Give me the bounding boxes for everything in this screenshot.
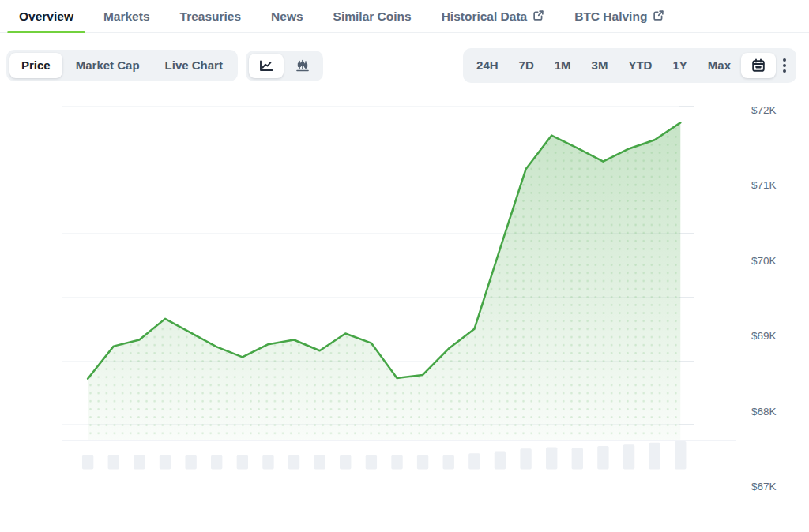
tab-label: BTC Halving — [574, 9, 647, 24]
tab-similar-coins[interactable]: Similar Coins — [318, 0, 427, 32]
live-chart-toggle-button[interactable]: Live Chart — [153, 53, 235, 78]
tab-label: Markets — [103, 9, 150, 24]
navigator-bar — [546, 448, 557, 470]
range-ytd-button[interactable]: YTD — [618, 53, 662, 78]
navigator-bar — [340, 455, 351, 470]
market-cap-toggle-button[interactable]: Market Cap — [64, 53, 152, 78]
navigator-bar — [572, 448, 583, 469]
price-chart-canvas[interactable] — [0, 82, 809, 532]
y-axis-label: $68K — [751, 406, 799, 418]
kebab-menu-icon[interactable] — [776, 51, 793, 80]
chart-toolbar: Price Market Cap Live Chart 24 — [6, 50, 796, 81]
y-axis-label: $67K — [751, 481, 799, 493]
y-axis-label: $71K — [751, 179, 799, 191]
y-axis-label: $70K — [751, 255, 799, 267]
navigator-bar — [366, 455, 377, 470]
tab-historical-data[interactable]: Historical Data — [427, 0, 560, 32]
navigator-bar — [237, 455, 248, 470]
time-range-group: 24H 7D 1M 3M YTD 1Y Max — [463, 48, 796, 83]
range-24h-button[interactable]: 24H — [466, 53, 509, 78]
range-1y-button[interactable]: 1Y — [662, 53, 697, 78]
navigator-bar — [520, 448, 531, 469]
navigator-bar — [417, 455, 428, 470]
navigator-bar — [675, 441, 686, 470]
external-link-icon — [532, 9, 544, 21]
range-7d-button[interactable]: 7D — [509, 53, 544, 78]
navigator-bar — [211, 455, 222, 470]
price-toggle-button[interactable]: Price — [9, 53, 62, 78]
navigator-bar — [288, 455, 299, 470]
tab-label: News — [271, 9, 303, 24]
navigator-bar — [623, 444, 634, 469]
tab-news[interactable]: News — [256, 0, 318, 32]
chart-type-toggle-group — [246, 51, 323, 81]
y-axis-label: $72K — [751, 104, 799, 116]
range-1m-button[interactable]: 1M — [544, 53, 581, 78]
tab-markets[interactable]: Markets — [88, 0, 165, 32]
tab-label: Historical Data — [442, 9, 528, 24]
line-chart-icon[interactable] — [249, 54, 284, 78]
navigator-bar — [391, 455, 402, 470]
tab-label: Overview — [19, 9, 73, 24]
price-area-dot-pattern — [88, 122, 680, 440]
navigator-bar — [443, 455, 454, 470]
metric-toggle-group: Price Market Cap Live Chart — [6, 50, 238, 81]
calendar-icon[interactable] — [741, 53, 776, 78]
coin-chart-panel: Overview Markets Treasuries News Similar… — [0, 0, 809, 532]
external-link-icon — [653, 9, 664, 21]
price-chart: coingecko $72K$71K$70K$69K$68K$67K — [0, 82, 809, 532]
navigator-bar — [185, 455, 196, 470]
timeline-navigator[interactable] — [82, 441, 687, 470]
tab-btc-halving[interactable]: BTC Halving — [559, 0, 679, 32]
navigator-bar — [468, 453, 480, 469]
candlestick-chart-icon[interactable] — [285, 54, 320, 78]
navigator-bar — [649, 443, 660, 470]
navigator-bar — [597, 446, 608, 470]
range-max-button[interactable]: Max — [698, 53, 741, 78]
tab-label: Similar Coins — [333, 9, 412, 24]
range-3m-button[interactable]: 3M — [581, 53, 619, 78]
tab-bar: Overview Markets Treasuries News Similar… — [0, 0, 809, 33]
tab-overview[interactable]: Overview — [4, 0, 88, 32]
y-axis-label: $69K — [751, 330, 799, 342]
navigator-bar — [495, 452, 506, 470]
navigator-bar — [108, 455, 119, 470]
navigator-bar — [262, 455, 273, 470]
navigator-bar — [160, 455, 171, 470]
navigator-bar — [134, 455, 145, 470]
navigator-bar — [314, 455, 325, 470]
tab-treasuries[interactable]: Treasuries — [165, 0, 257, 32]
tab-label: Treasuries — [180, 9, 242, 24]
navigator-bar — [82, 455, 93, 470]
